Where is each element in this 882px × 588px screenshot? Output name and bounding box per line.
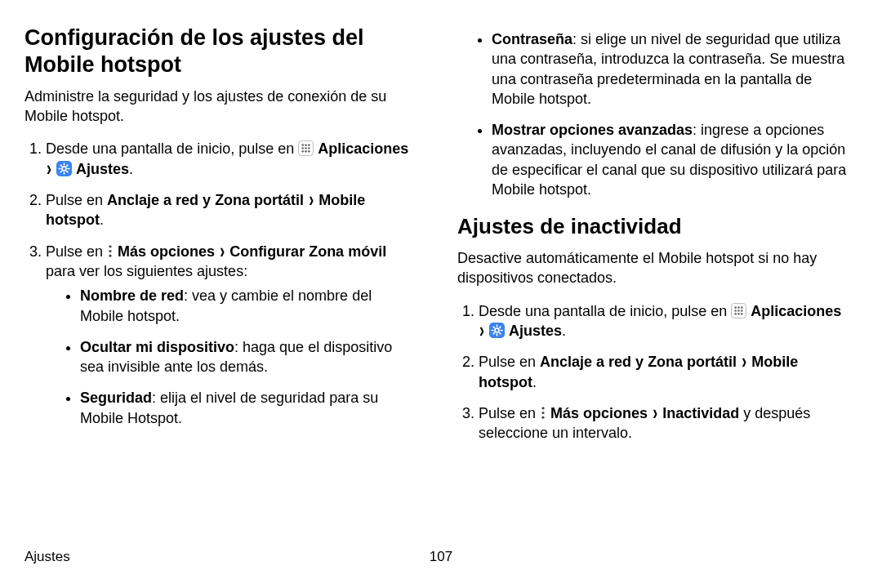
period: . bbox=[100, 212, 104, 228]
apps-icon bbox=[298, 140, 314, 156]
step-text: para ver los siguientes ajustes: bbox=[46, 263, 247, 279]
option-name: Mostrar opciones avanzadas bbox=[492, 122, 693, 138]
bold-text: Anclaje a red y Zona portátil bbox=[540, 354, 737, 370]
settings-icon bbox=[56, 161, 72, 176]
svg-point-16 bbox=[735, 306, 737, 309]
right-column: Contraseña: si elige un nivel de segurid… bbox=[438, 24, 851, 562]
svg-point-24 bbox=[741, 313, 743, 315]
svg-point-6 bbox=[308, 148, 310, 150]
svg-point-29 bbox=[541, 416, 544, 418]
list-item: Seguridad: elija el nivel de seguridad p… bbox=[80, 388, 418, 428]
left-column: Configuración de los ajustes del Mobile … bbox=[24, 24, 438, 562]
option-name: Contraseña bbox=[492, 31, 572, 47]
svg-point-12 bbox=[109, 245, 111, 247]
svg-point-17 bbox=[737, 306, 740, 309]
svg-point-19 bbox=[735, 310, 737, 312]
step-text: Pulse en bbox=[46, 192, 107, 208]
svg-point-28 bbox=[541, 412, 544, 414]
chevron-right-icon: › bbox=[479, 316, 484, 344]
step-item: Pulse en Anclaje a red y Zona portátil ›… bbox=[479, 352, 851, 392]
settings-label: Ajustes bbox=[509, 323, 562, 339]
svg-point-7 bbox=[302, 150, 305, 153]
chevron-right-icon: › bbox=[309, 186, 314, 214]
svg-point-3 bbox=[308, 145, 310, 147]
footer-section-label: Ajustes bbox=[24, 549, 70, 565]
step-item: Pulse en Anclaje a red y Zona portátil ›… bbox=[46, 190, 418, 230]
step-item: Pulse en Más opciones › Inactividad y de… bbox=[479, 403, 851, 443]
chevron-right-icon: › bbox=[47, 154, 51, 182]
svg-point-18 bbox=[741, 306, 743, 309]
bold-text: Anclaje a red y Zona portátil bbox=[107, 192, 304, 208]
more-options-icon bbox=[540, 405, 546, 421]
settings-label: Ajustes bbox=[76, 161, 129, 177]
chevron-right-icon: › bbox=[742, 348, 746, 376]
option-name: Nombre de red bbox=[80, 287, 184, 304]
svg-point-2 bbox=[305, 145, 307, 147]
chevron-right-icon: › bbox=[653, 399, 657, 426]
bold-text: Más opciones bbox=[550, 405, 648, 421]
step-text: Pulse en bbox=[46, 243, 107, 260]
step-text: Pulse en bbox=[479, 405, 540, 421]
apps-label: Aplicaciones bbox=[751, 303, 841, 319]
step-item: Desde una pantalla de inicio, pulse en A… bbox=[479, 301, 851, 341]
step-item: Pulse en Más opciones › Configurar Zona … bbox=[46, 242, 418, 428]
options-list: Nombre de red: vea y cambie el nombre de… bbox=[46, 286, 418, 428]
step-text: Desde una pantalla de inicio, pulse en bbox=[479, 303, 731, 319]
svg-point-14 bbox=[109, 254, 111, 256]
chevron-right-icon: › bbox=[220, 237, 225, 265]
list-item: Mostrar opciones avanzadas: ingrese a op… bbox=[492, 120, 851, 199]
step-text: Desde una pantalla de inicio, pulse en bbox=[46, 140, 298, 157]
option-name: Ocultar mi dispositivo bbox=[80, 339, 234, 355]
svg-point-5 bbox=[305, 148, 307, 150]
more-options-icon bbox=[107, 243, 114, 259]
list-item: Contraseña: si elige un nivel de segurid… bbox=[492, 29, 851, 109]
section-intro: Administre la seguridad y los ajustes de… bbox=[24, 87, 418, 127]
svg-point-20 bbox=[737, 310, 740, 312]
steps-list-left: Desde una pantalla de inicio, pulse en A… bbox=[24, 139, 418, 428]
svg-point-23 bbox=[737, 313, 740, 315]
option-name: Seguridad bbox=[80, 390, 152, 406]
step-item: Desde una pantalla de inicio, pulse en A… bbox=[46, 139, 418, 179]
list-item: Nombre de red: vea y cambie el nombre de… bbox=[80, 286, 418, 326]
bold-text: Más opciones bbox=[118, 243, 215, 260]
svg-point-4 bbox=[302, 148, 305, 150]
svg-point-13 bbox=[109, 250, 111, 252]
page-number: 107 bbox=[430, 549, 452, 565]
apps-icon bbox=[731, 303, 746, 318]
bold-text: Inactividad bbox=[662, 405, 739, 421]
list-item: Ocultar mi dispositivo: haga que el disp… bbox=[80, 337, 418, 377]
svg-point-8 bbox=[305, 150, 307, 153]
settings-icon bbox=[489, 323, 505, 338]
period: . bbox=[532, 374, 537, 390]
svg-point-21 bbox=[741, 310, 743, 312]
svg-point-9 bbox=[308, 150, 310, 153]
steps-list-right: Desde una pantalla de inicio, pulse en A… bbox=[457, 301, 851, 443]
bold-text: Configurar Zona móvil bbox=[229, 243, 386, 260]
svg-point-1 bbox=[302, 145, 305, 147]
options-list-continued: Contraseña: si elige un nivel de segurid… bbox=[457, 29, 851, 199]
period: . bbox=[129, 161, 133, 177]
period: . bbox=[562, 323, 566, 339]
section-heading: Ajustes de inactividad bbox=[457, 214, 851, 240]
section-heading: Configuración de los ajustes del Mobile … bbox=[24, 24, 418, 78]
step-text: Pulse en bbox=[479, 354, 540, 370]
apps-label: Aplicaciones bbox=[318, 140, 408, 157]
manual-page: Configuración de los ajustes del Mobile … bbox=[0, 0, 882, 577]
section-intro: Desactive automáticamente el Mobile hots… bbox=[457, 248, 851, 288]
svg-point-27 bbox=[541, 407, 544, 409]
svg-point-22 bbox=[735, 313, 737, 315]
